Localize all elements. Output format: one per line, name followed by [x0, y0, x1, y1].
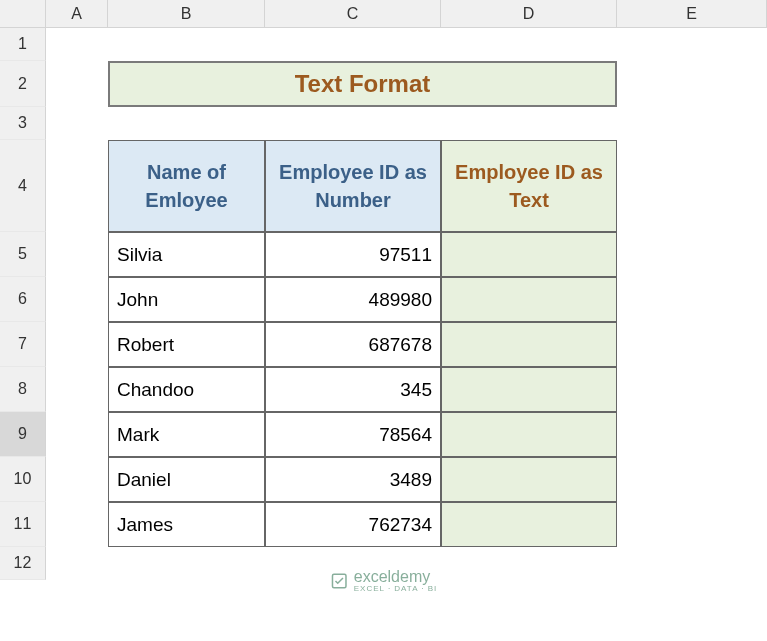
cell-a8[interactable] [46, 367, 108, 412]
cell-a3[interactable] [46, 107, 108, 140]
table-header-id-text[interactable]: Employee ID as Text [441, 140, 617, 232]
cell-a2[interactable] [46, 61, 108, 107]
title-merged-cell[interactable]: Text Format [108, 61, 617, 107]
row-header-8[interactable]: 8 [0, 367, 46, 412]
cell-e12[interactable] [617, 547, 767, 580]
watermark-icon [330, 572, 348, 590]
col-header-e[interactable]: E [617, 0, 767, 28]
cell-name-9[interactable]: Mark [108, 412, 265, 457]
cell-id-8[interactable]: 345 [265, 367, 441, 412]
cell-a11[interactable] [46, 502, 108, 547]
cell-e7[interactable] [617, 322, 767, 367]
cell-a5[interactable] [46, 232, 108, 277]
col-header-c[interactable]: C [265, 0, 441, 28]
cell-idtext-9[interactable] [441, 412, 617, 457]
cell-b3[interactable] [108, 107, 265, 140]
cell-c3[interactable] [265, 107, 441, 140]
cell-c1[interactable] [265, 28, 441, 61]
cell-id-9[interactable]: 78564 [265, 412, 441, 457]
cell-b1[interactable] [108, 28, 265, 61]
cell-idtext-8[interactable] [441, 367, 617, 412]
cell-name-7[interactable]: Robert [108, 322, 265, 367]
row-header-6[interactable]: 6 [0, 277, 46, 322]
watermark-tagline: EXCEL · DATA · BI [354, 585, 438, 593]
cell-e2[interactable] [617, 61, 767, 107]
row-header-7[interactable]: 7 [0, 322, 46, 367]
select-all-corner[interactable] [0, 0, 46, 28]
watermark-text-block: exceldemy EXCEL · DATA · BI [354, 569, 438, 593]
cell-e11[interactable] [617, 502, 767, 547]
cell-a9[interactable] [46, 412, 108, 457]
col-header-a[interactable]: A [46, 0, 108, 28]
col-header-b[interactable]: B [108, 0, 265, 28]
cell-e4[interactable] [617, 140, 767, 232]
cell-idtext-11[interactable] [441, 502, 617, 547]
row-header-5[interactable]: 5 [0, 232, 46, 277]
cell-name-5[interactable]: Silvia [108, 232, 265, 277]
cell-d3[interactable] [441, 107, 617, 140]
cell-a10[interactable] [46, 457, 108, 502]
watermark: exceldemy EXCEL · DATA · BI [330, 569, 438, 593]
cell-id-5[interactable]: 97511 [265, 232, 441, 277]
cell-e6[interactable] [617, 277, 767, 322]
cell-d1[interactable] [441, 28, 617, 61]
row-header-9[interactable]: 9 [0, 412, 46, 457]
cell-name-11[interactable]: James [108, 502, 265, 547]
cell-idtext-5[interactable] [441, 232, 617, 277]
row-header-12[interactable]: 12 [0, 547, 46, 580]
table-header-id-number[interactable]: Employee ID as Number [265, 140, 441, 232]
spreadsheet-grid: A B C D E 1 2 Text Format 3 4 Name of Em… [0, 0, 767, 580]
cell-e3[interactable] [617, 107, 767, 140]
row-header-4[interactable]: 4 [0, 140, 46, 232]
table-header-name[interactable]: Name of Emloyee [108, 140, 265, 232]
cell-id-11[interactable]: 762734 [265, 502, 441, 547]
cell-name-6[interactable]: John [108, 277, 265, 322]
cell-e1[interactable] [617, 28, 767, 61]
row-header-10[interactable]: 10 [0, 457, 46, 502]
row-header-2[interactable]: 2 [0, 61, 46, 107]
col-header-d[interactable]: D [441, 0, 617, 28]
cell-e9[interactable] [617, 412, 767, 457]
cell-e8[interactable] [617, 367, 767, 412]
cell-idtext-6[interactable] [441, 277, 617, 322]
cell-a1[interactable] [46, 28, 108, 61]
row-header-3[interactable]: 3 [0, 107, 46, 140]
cell-id-10[interactable]: 3489 [265, 457, 441, 502]
cell-b12[interactable] [108, 547, 265, 580]
cell-e10[interactable] [617, 457, 767, 502]
row-header-11[interactable]: 11 [0, 502, 46, 547]
cell-e5[interactable] [617, 232, 767, 277]
cell-d12[interactable] [441, 547, 617, 580]
cell-id-7[interactable]: 687678 [265, 322, 441, 367]
cell-id-6[interactable]: 489980 [265, 277, 441, 322]
watermark-brand: exceldemy [354, 569, 438, 585]
cell-a12[interactable] [46, 547, 108, 580]
cell-name-10[interactable]: Daniel [108, 457, 265, 502]
cell-a6[interactable] [46, 277, 108, 322]
cell-a7[interactable] [46, 322, 108, 367]
cell-name-8[interactable]: Chandoo [108, 367, 265, 412]
cell-idtext-7[interactable] [441, 322, 617, 367]
cell-a4[interactable] [46, 140, 108, 232]
cell-idtext-10[interactable] [441, 457, 617, 502]
row-header-1[interactable]: 1 [0, 28, 46, 61]
